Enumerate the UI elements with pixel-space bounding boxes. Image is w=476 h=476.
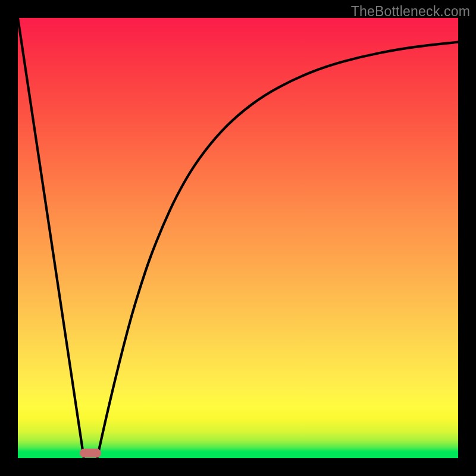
plot-area: [18, 18, 458, 458]
curve-layer: [18, 18, 458, 458]
chart-frame: TheBottleneck.com: [0, 0, 476, 476]
left-branch-line: [18, 18, 84, 458]
right-branch-line: [97, 42, 458, 458]
watermark-text: TheBottleneck.com: [351, 4, 470, 20]
min-marker: [80, 449, 101, 458]
